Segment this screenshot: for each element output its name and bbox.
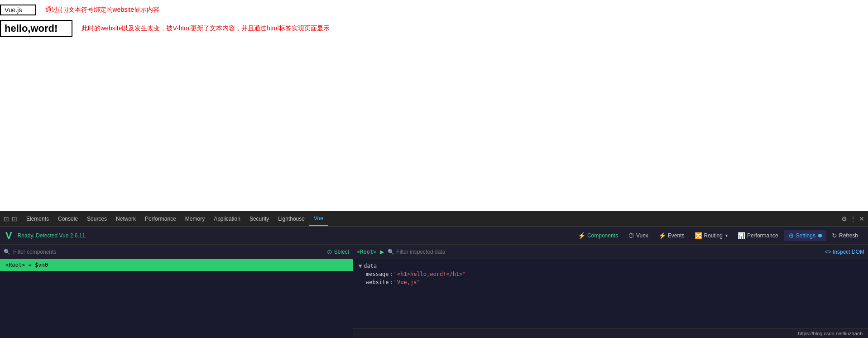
tree-item-root[interactable]: <Root> = $vm0 — [0, 259, 353, 271]
vue-toolbar-right: ⚡ Components ⏱ Vuex ⚡ Events 🔀 Routing ▾… — [573, 230, 863, 241]
data-message-row: message : "<h1>hello,word!</h1>" — [359, 271, 863, 277]
tab-sources[interactable]: Sources — [82, 211, 111, 226]
vue-toolbar: V Ready. Detected Vue 2.6.11. ⚡ Componen… — [0, 227, 868, 245]
data-toggle-icon[interactable]: ▼ — [359, 263, 362, 269]
vue-inspector-search: 🔍 — [388, 249, 825, 255]
data-message-key: message — [366, 271, 389, 277]
devtools-tab-icons: ⚙ ⋮ ✕ — [841, 215, 864, 222]
vuex-icon: ⏱ — [628, 232, 634, 239]
data-website-value: "Vue,js" — [394, 279, 420, 285]
refresh-label: Refresh — [839, 232, 858, 239]
vue-left-panel: 🔍 ⊙ Select <Root> = $vm0 — [0, 245, 353, 338]
select-circle-icon: ⊙ — [327, 248, 332, 256]
content-line-1: Vue.js 通过{{ }}文本符号绑定的website显示内容 — [0, 5, 868, 15]
events-label: Events — [668, 232, 685, 239]
vue-inspector-header: <Root> ▶ 🔍 <> Inspect DOM — [353, 245, 868, 259]
vue-performance-btn[interactable]: 📊 Performance — [733, 230, 783, 241]
vue-vuex-btn[interactable]: ⏱ Vuex — [623, 230, 653, 241]
devtools-panel: ⊡ ⊡ Elements Console Sources Network Per… — [0, 211, 868, 338]
component-search-input[interactable] — [13, 249, 327, 255]
vue-status-text: Ready. Detected Vue 2.6.11. — [18, 232, 573, 239]
performance-label: Performance — [747, 232, 778, 239]
routing-label: Routing — [704, 232, 723, 239]
vue-body: 🔍 ⊙ Select <Root> = $vm0 <Root> ▶ — [0, 245, 868, 338]
vue-components-btn[interactable]: ⚡ Components — [573, 230, 623, 241]
settings-badge — [818, 234, 822, 237]
data-section-label: data — [364, 263, 377, 269]
settings-icon: ⚙ — [788, 232, 794, 239]
component-search-icon: 🔍 — [4, 249, 10, 255]
tab-network[interactable]: Network — [111, 211, 140, 226]
vue-logo-icon: V — [5, 230, 12, 241]
vue-data-tree: ▼ data message : "<h1>hello,word!</h1>" … — [359, 263, 863, 285]
inspector-arrow-icon: ▶ — [380, 249, 384, 255]
inspector-search-input[interactable] — [396, 249, 825, 255]
tab-console[interactable]: Console — [53, 211, 82, 226]
devtools-sidebar-icon-1[interactable]: ⊡ — [4, 215, 9, 222]
performance-icon: 📊 — [738, 232, 745, 239]
data-website-row: website : "Vue,js" — [359, 279, 863, 285]
tab-security[interactable]: Security — [245, 211, 273, 226]
devtools-settings-icon[interactable]: ⚙ — [841, 215, 847, 222]
content-line-2: hello,word! 此时的website以及发生改变，被V-html更新了文… — [0, 20, 868, 37]
devtools-more-icon[interactable]: ⋮ — [850, 215, 856, 222]
settings-label: Settings — [796, 232, 815, 239]
data-message-colon: : — [390, 271, 393, 277]
tab-memory[interactable]: Memory — [181, 211, 209, 226]
vue-settings-btn[interactable]: ⚙ Settings — [784, 230, 826, 241]
vuex-label: Vuex — [636, 232, 648, 239]
content-description-1: 通过{{ }}文本符号绑定的website显示内容 — [45, 6, 159, 14]
data-website-key: website — [366, 279, 389, 285]
vue-search-bar: 🔍 ⊙ Select — [0, 245, 353, 259]
data-section-row: ▼ data — [359, 263, 863, 269]
vue-status-bar: https://blog.csdn.net/liuzhaoh — [353, 328, 868, 338]
vue-js-box: Vue.js — [0, 5, 36, 15]
components-icon: ⚡ — [578, 232, 585, 239]
tab-application[interactable]: Application — [209, 211, 245, 226]
select-label: Select — [334, 249, 349, 255]
devtools-close-icon[interactable]: ✕ — [859, 215, 864, 222]
tab-performance[interactable]: Performance — [140, 211, 181, 226]
vue-right-panel: <Root> ▶ 🔍 <> Inspect DOM ▼ data — [353, 245, 868, 338]
events-icon: ⚡ — [658, 232, 666, 239]
main-content: Vue.js 通过{{ }}文本符号绑定的website显示内容 hello,w… — [0, 0, 868, 211]
inspector-root-tag: <Root> — [357, 249, 376, 255]
content-description-2: 此时的website以及发生改变，被V-html更新了文本内容，并且通过html… — [82, 24, 330, 33]
inspect-dom-btn[interactable]: <> Inspect DOM — [825, 249, 864, 255]
vue-routing-btn[interactable]: 🔀 Routing ▾ — [690, 230, 732, 241]
routing-icon: 🔀 — [695, 232, 702, 239]
tree-item-root-text: <Root> = $vm0 — [5, 262, 48, 268]
devtools-sidebar-icon-2[interactable]: ⊡ — [12, 215, 17, 222]
vue-component-tree: <Root> = $vm0 — [0, 259, 353, 338]
hello-word-box: hello,word! — [0, 20, 72, 37]
routing-dropdown-arrow: ▾ — [725, 233, 728, 238]
status-url: https://blog.csdn.net/liuzhaoh — [798, 331, 863, 336]
refresh-icon: ↻ — [832, 232, 837, 239]
tab-vue[interactable]: Vue — [309, 211, 328, 226]
devtools-tabs-bar: ⊡ ⊡ Elements Console Sources Network Per… — [0, 211, 868, 227]
inspector-search-icon: 🔍 — [388, 249, 394, 255]
vue-inspector-body: ▼ data message : "<h1>hello,word!</h1>" … — [353, 259, 868, 328]
data-website-colon: : — [390, 279, 393, 285]
tab-elements[interactable]: Elements — [22, 211, 53, 226]
tab-lighthouse[interactable]: Lighthouse — [273, 211, 309, 226]
components-label: Components — [587, 232, 618, 239]
vue-events-btn[interactable]: ⚡ Events — [654, 230, 689, 241]
vue-refresh-btn[interactable]: ↻ Refresh — [827, 230, 863, 241]
data-message-value: "<h1>hello,word!</h1>" — [394, 271, 466, 277]
vue-select-btn[interactable]: ⊙ Select — [327, 248, 349, 256]
